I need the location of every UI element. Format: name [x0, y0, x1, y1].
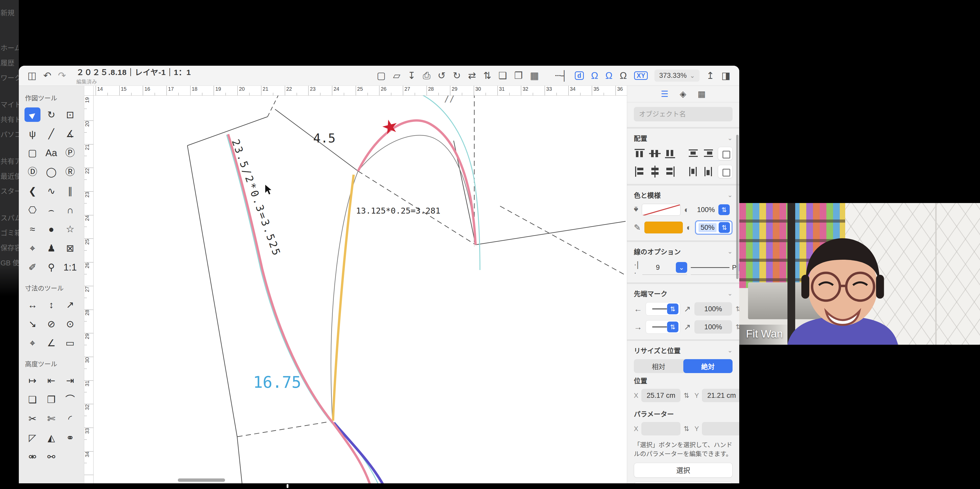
shoulder-line[interactable]: [188, 117, 267, 146]
center-front-extension[interactable]: [237, 437, 242, 484]
align-left-icon[interactable]: [634, 166, 646, 178]
startmark-stepper[interactable]: ⇅: [667, 303, 678, 314]
stroke-opacity-stepper[interactable]: ⇅: [719, 222, 730, 233]
hand-tool[interactable]: ψ: [24, 127, 40, 141]
fill-opacity-stepper[interactable]: ⇅: [718, 204, 730, 215]
mirror-tool[interactable]: ◭: [43, 430, 59, 445]
coordinate-dimension-tool[interactable]: ⌖: [24, 336, 40, 350]
table-grid-icon[interactable]: ▦: [530, 71, 539, 80]
angle-dimension-tool[interactable]: ∠: [43, 336, 59, 350]
fillet-tool[interactable]: ◜: [62, 411, 78, 426]
position-y-field[interactable]: 21.21 cm: [702, 389, 739, 402]
fill-swatch[interactable]: [642, 204, 681, 216]
center-front-line[interactable]: [188, 146, 237, 437]
extend-left-tool[interactable]: ⇤: [43, 373, 59, 388]
cyan-reference-curve[interactable]: [410, 90, 480, 270]
startmark-scale-field[interactable]: 100%: [694, 302, 732, 316]
tab-layers[interactable]: ◈: [680, 89, 686, 99]
actual-size-tool[interactable]: 1:1: [62, 260, 78, 275]
ruler-dimension-tool[interactable]: ▭: [62, 336, 78, 350]
group-link-tool[interactable]: ⚯: [43, 449, 59, 464]
print-icon[interactable]: ⎙: [423, 71, 430, 80]
endmark-stepper[interactable]: ⇅: [667, 322, 678, 332]
distribute-left-icon[interactable]: [687, 166, 699, 178]
diagonal-dimension-tool[interactable]: ↗: [62, 298, 78, 312]
param-y-field[interactable]: [702, 422, 739, 435]
arc-tool[interactable]: ∩: [62, 203, 78, 217]
unlink-tool[interactable]: ⚮: [24, 449, 40, 464]
endmarks-collapse-icon[interactable]: ⌄: [727, 290, 733, 297]
arrange-collapse-icon[interactable]: ⌄: [727, 135, 733, 142]
text-tool[interactable]: Aa: [43, 146, 59, 160]
resize-collapse-icon[interactable]: ⌄: [727, 347, 733, 354]
align-hcenter-icon[interactable]: [649, 166, 661, 178]
line-options-collapse-icon[interactable]: ⌄: [727, 248, 733, 255]
aligned-dimension-tool[interactable]: ↘: [24, 317, 40, 331]
chevron-shape-tool[interactable]: ❮: [24, 184, 40, 198]
snap-select-tool[interactable]: ↦: [24, 373, 40, 388]
stroke-opacity-field[interactable]: 50% ⇅: [695, 220, 733, 235]
vertical-dimension-tool[interactable]: ↕: [43, 298, 59, 312]
round-corner-tool[interactable]: Ⓡ: [62, 165, 78, 179]
star-tool[interactable]: ☆: [62, 222, 78, 236]
zoom-control[interactable]: 373.33% ⌄: [654, 70, 700, 82]
line-tool[interactable]: ╱: [43, 127, 59, 141]
position-x-field[interactable]: 25.17 cm: [641, 389, 681, 402]
tab-properties[interactable]: ☰: [661, 89, 668, 99]
snap-x-magnet-icon[interactable]: Ω: [591, 71, 598, 80]
line-width-field[interactable]: 9 ⌄: [642, 262, 687, 275]
snap-path-magnet-icon[interactable]: Ω: [620, 71, 627, 80]
tidy-vertical-button[interactable]: [718, 147, 733, 160]
sleeve-cap-guide-curve[interactable]: [358, 135, 475, 245]
startmark-style-field[interactable]: ⇅: [646, 302, 680, 316]
neck-dashed-line[interactable]: [267, 93, 279, 117]
align-right-icon[interactable]: [664, 166, 676, 178]
wave-line-tool[interactable]: ∿: [43, 184, 59, 198]
line-width-value[interactable]: 9: [642, 264, 673, 271]
open-folder-icon[interactable]: ▱: [393, 71, 400, 80]
multi-cut-tool[interactable]: ✄: [43, 411, 59, 426]
drawing-canvas[interactable]: ★ 4.5 23.5/2*0.3=3.525 13.125*0.25=3.281…: [84, 86, 627, 489]
crop-tool[interactable]: ⊡: [62, 108, 78, 122]
angle-bisector-tool[interactable]: ∡: [62, 127, 78, 141]
bezier-tool[interactable]: ⌢: [43, 203, 59, 217]
flip-horizontal-icon[interactable]: ⇄: [468, 71, 476, 80]
tidy-horizontal-button[interactable]: [718, 165, 733, 178]
line-style-field[interactable]: P ⇅: [691, 262, 739, 275]
endmark-scale-stepper[interactable]: ⇅: [736, 323, 739, 331]
align-bottom-icon[interactable]: [664, 148, 676, 159]
polygon-tool[interactable]: ⎔: [24, 203, 40, 217]
stroke-opacity-value[interactable]: 50%: [698, 223, 717, 232]
coordinates-icon[interactable]: XY: [634, 71, 648, 80]
rectangle-tool[interactable]: ▢: [24, 146, 40, 160]
blob-shape-tool[interactable]: ●: [43, 222, 59, 236]
relative-mode-button[interactable]: 相対: [634, 359, 683, 373]
bring-front-icon[interactable]: ❏: [498, 71, 507, 80]
canvas-h-scrollbar[interactable]: [178, 478, 225, 482]
align-top-icon[interactable]: [634, 148, 646, 159]
distribute-top-icon[interactable]: [687, 148, 699, 159]
purple-hem-curve[interactable]: [334, 423, 383, 484]
absolute-mode-button[interactable]: 絶対: [683, 359, 733, 373]
redo-icon[interactable]: ↷: [58, 71, 66, 80]
send-back-icon[interactable]: ❐: [514, 71, 523, 80]
rotate-right-icon[interactable]: ↻: [453, 71, 461, 80]
cancel-box-tool[interactable]: ⊠: [62, 241, 78, 255]
snap-y-magnet-icon[interactable]: Ω: [606, 71, 613, 80]
stroke-swatch[interactable]: [644, 222, 683, 233]
pattern-piece-tool[interactable]: Ⓟ: [62, 146, 78, 160]
new-file-icon[interactable]: ▢: [377, 71, 386, 80]
align-vcenter-icon[interactable]: [649, 148, 661, 159]
snap-object-icon[interactable]: d: [575, 71, 584, 80]
object-name-input[interactable]: [634, 107, 733, 121]
select-button[interactable]: 選択: [634, 463, 733, 478]
zoom-tool[interactable]: ⚲: [43, 260, 59, 275]
right-construction-dashed-line[interactable]: [500, 206, 625, 275]
parallel-line-tool[interactable]: ∥: [62, 184, 78, 198]
sidebar-toggle-icon[interactable]: ◫: [27, 71, 37, 80]
right-shoulder-line[interactable]: [476, 221, 625, 245]
distribute-center-icon[interactable]: [703, 166, 714, 178]
stamp-tool[interactable]: ♟: [43, 241, 59, 255]
pink-hem-curve[interactable]: [333, 423, 370, 484]
sleeve-cap-label[interactable]: 13.125*0.25=3.281: [356, 206, 441, 216]
